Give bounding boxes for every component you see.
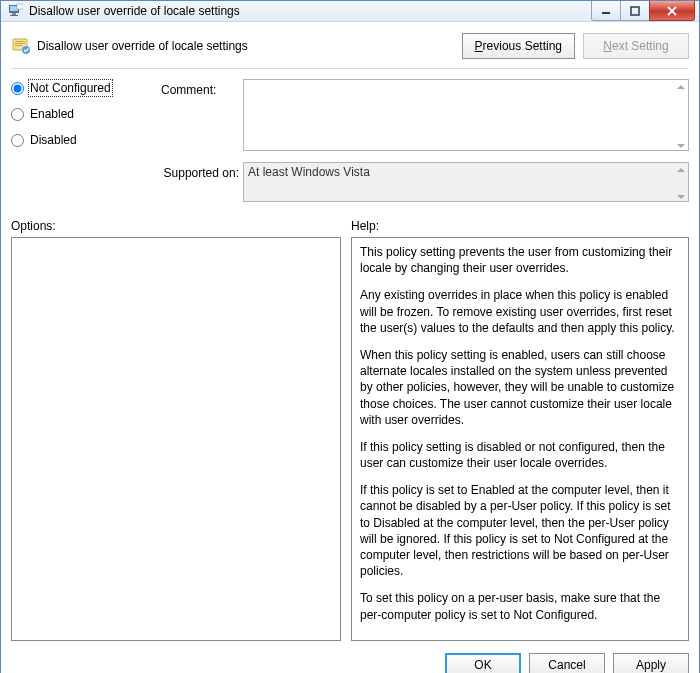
close-button[interactable]	[649, 1, 695, 21]
radio-enabled[interactable]: Enabled	[11, 107, 157, 121]
next-setting-button[interactable]: Next Setting	[583, 33, 689, 59]
policy-title: Disallow user override of locale setting…	[37, 39, 454, 53]
help-paragraph: To set this policy on a per-user basis, …	[360, 590, 680, 622]
comment-wrapper	[243, 79, 689, 154]
radio-disabled[interactable]: Disabled	[11, 133, 157, 147]
window-title: Disallow user override of locale setting…	[29, 4, 592, 18]
scroll-up-icon	[677, 85, 685, 89]
help-content: This policy setting prevents the user fr…	[360, 244, 680, 623]
svg-rect-2	[12, 13, 16, 15]
previous-setting-button[interactable]: Previous Setting	[462, 33, 575, 59]
radio-not-configured-label: Not Configured	[30, 81, 111, 95]
svg-rect-9	[15, 43, 25, 44]
svg-rect-10	[15, 45, 22, 46]
radio-enabled-input[interactable]	[11, 108, 24, 121]
divider	[11, 68, 689, 69]
options-pane[interactable]	[11, 237, 341, 641]
comment-label: Comment:	[161, 79, 239, 97]
state-radiogroup: Not Configured Enabled Disabled	[11, 79, 157, 147]
radio-not-configured[interactable]: Not Configured	[11, 81, 157, 95]
radio-not-configured-input[interactable]	[11, 82, 24, 95]
radio-enabled-label: Enabled	[30, 107, 74, 121]
scroll-down-icon	[677, 144, 685, 148]
help-pane[interactable]: This policy setting prevents the user fr…	[351, 237, 689, 641]
config-grid: Not Configured Enabled Disabled Comment:…	[11, 79, 689, 205]
svg-rect-4	[17, 4, 23, 9]
scroll-down-icon	[677, 195, 685, 199]
radio-disabled-label: Disabled	[30, 133, 77, 147]
options-label: Options:	[11, 219, 341, 233]
policy-icon	[11, 36, 31, 56]
help-paragraph: This policy setting prevents the user fr…	[360, 244, 680, 276]
svg-rect-3	[10, 15, 18, 16]
app-icon	[7, 3, 23, 19]
svg-rect-8	[15, 41, 25, 42]
help-paragraph: If this policy setting is disabled or no…	[360, 439, 680, 471]
comment-input[interactable]	[243, 79, 689, 151]
dialog-buttons: OK Cancel Apply	[11, 641, 689, 673]
subheader: Disallow user override of locale setting…	[11, 28, 689, 64]
cancel-button[interactable]: Cancel	[529, 653, 605, 673]
gpo-editor-window: Disallow user override of locale setting…	[0, 0, 700, 673]
panes: This policy setting prevents the user fr…	[11, 237, 689, 641]
help-paragraph: When this policy setting is enabled, use…	[360, 347, 680, 428]
svg-rect-6	[631, 7, 639, 15]
scroll-up-icon	[677, 168, 685, 172]
maximize-button[interactable]	[620, 1, 650, 21]
supported-on-label: Supported on:	[161, 162, 239, 180]
minimize-button[interactable]	[591, 1, 621, 21]
supported-on-wrapper: At least Windows Vista	[243, 162, 689, 205]
help-paragraph: If this policy is set to Enabled at the …	[360, 482, 680, 579]
help-paragraph: Any existing overrides in place when thi…	[360, 287, 680, 336]
apply-button[interactable]: Apply	[613, 653, 689, 673]
client-area: Disallow user override of locale setting…	[1, 22, 699, 673]
supported-on-value: At least Windows Vista	[243, 162, 689, 202]
window-controls	[592, 1, 699, 21]
help-label: Help:	[351, 219, 689, 233]
ok-button[interactable]: OK	[445, 653, 521, 673]
svg-rect-5	[602, 12, 610, 14]
titlebar: Disallow user override of locale setting…	[1, 1, 699, 22]
svg-point-11	[22, 46, 30, 54]
pane-labels: Options: Help:	[11, 219, 689, 233]
radio-disabled-input[interactable]	[11, 134, 24, 147]
